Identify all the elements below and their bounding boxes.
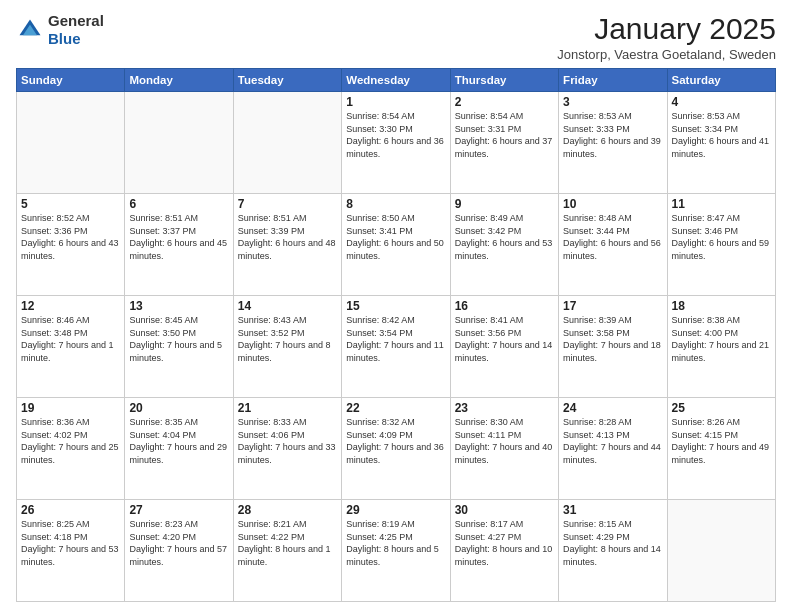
table-row: [17, 92, 125, 194]
day-number: 6: [129, 197, 228, 211]
day-number: 22: [346, 401, 445, 415]
day-info: Sunrise: 8:52 AM Sunset: 3:36 PM Dayligh…: [21, 212, 120, 262]
col-friday: Friday: [559, 69, 667, 92]
col-saturday: Saturday: [667, 69, 775, 92]
table-row: 24Sunrise: 8:28 AM Sunset: 4:13 PM Dayli…: [559, 398, 667, 500]
day-number: 21: [238, 401, 337, 415]
table-row: 30Sunrise: 8:17 AM Sunset: 4:27 PM Dayli…: [450, 500, 558, 602]
table-row: 18Sunrise: 8:38 AM Sunset: 4:00 PM Dayli…: [667, 296, 775, 398]
day-number: 23: [455, 401, 554, 415]
day-info: Sunrise: 8:35 AM Sunset: 4:04 PM Dayligh…: [129, 416, 228, 466]
month-title: January 2025: [557, 12, 776, 45]
day-number: 20: [129, 401, 228, 415]
table-row: [233, 92, 341, 194]
day-info: Sunrise: 8:42 AM Sunset: 3:54 PM Dayligh…: [346, 314, 445, 364]
day-number: 24: [563, 401, 662, 415]
table-row: [125, 92, 233, 194]
table-row: 9Sunrise: 8:49 AM Sunset: 3:42 PM Daylig…: [450, 194, 558, 296]
day-number: 27: [129, 503, 228, 517]
week-row-4: 19Sunrise: 8:36 AM Sunset: 4:02 PM Dayli…: [17, 398, 776, 500]
page: General Blue January 2025 Jonstorp, Vaes…: [0, 0, 792, 612]
day-number: 5: [21, 197, 120, 211]
day-number: 26: [21, 503, 120, 517]
table-row: 17Sunrise: 8:39 AM Sunset: 3:58 PM Dayli…: [559, 296, 667, 398]
calendar-header-row: Sunday Monday Tuesday Wednesday Thursday…: [17, 69, 776, 92]
week-row-1: 1Sunrise: 8:54 AM Sunset: 3:30 PM Daylig…: [17, 92, 776, 194]
day-number: 29: [346, 503, 445, 517]
table-row: 12Sunrise: 8:46 AM Sunset: 3:48 PM Dayli…: [17, 296, 125, 398]
day-info: Sunrise: 8:21 AM Sunset: 4:22 PM Dayligh…: [238, 518, 337, 568]
logo: General Blue: [16, 12, 104, 48]
table-row: 1Sunrise: 8:54 AM Sunset: 3:30 PM Daylig…: [342, 92, 450, 194]
day-number: 8: [346, 197, 445, 211]
table-row: 7Sunrise: 8:51 AM Sunset: 3:39 PM Daylig…: [233, 194, 341, 296]
day-number: 9: [455, 197, 554, 211]
day-info: Sunrise: 8:50 AM Sunset: 3:41 PM Dayligh…: [346, 212, 445, 262]
day-number: 3: [563, 95, 662, 109]
day-number: 10: [563, 197, 662, 211]
week-row-3: 12Sunrise: 8:46 AM Sunset: 3:48 PM Dayli…: [17, 296, 776, 398]
day-info: Sunrise: 8:54 AM Sunset: 3:30 PM Dayligh…: [346, 110, 445, 160]
day-number: 11: [672, 197, 771, 211]
day-info: Sunrise: 8:49 AM Sunset: 3:42 PM Dayligh…: [455, 212, 554, 262]
logo-icon: [16, 16, 44, 44]
day-number: 30: [455, 503, 554, 517]
table-row: 27Sunrise: 8:23 AM Sunset: 4:20 PM Dayli…: [125, 500, 233, 602]
table-row: [667, 500, 775, 602]
day-info: Sunrise: 8:32 AM Sunset: 4:09 PM Dayligh…: [346, 416, 445, 466]
table-row: 4Sunrise: 8:53 AM Sunset: 3:34 PM Daylig…: [667, 92, 775, 194]
day-number: 19: [21, 401, 120, 415]
day-info: Sunrise: 8:54 AM Sunset: 3:31 PM Dayligh…: [455, 110, 554, 160]
day-info: Sunrise: 8:51 AM Sunset: 3:37 PM Dayligh…: [129, 212, 228, 262]
day-info: Sunrise: 8:47 AM Sunset: 3:46 PM Dayligh…: [672, 212, 771, 262]
table-row: 16Sunrise: 8:41 AM Sunset: 3:56 PM Dayli…: [450, 296, 558, 398]
day-number: 17: [563, 299, 662, 313]
day-info: Sunrise: 8:30 AM Sunset: 4:11 PM Dayligh…: [455, 416, 554, 466]
table-row: 20Sunrise: 8:35 AM Sunset: 4:04 PM Dayli…: [125, 398, 233, 500]
day-number: 1: [346, 95, 445, 109]
location: Jonstorp, Vaestra Goetaland, Sweden: [557, 47, 776, 62]
day-info: Sunrise: 8:53 AM Sunset: 3:33 PM Dayligh…: [563, 110, 662, 160]
col-tuesday: Tuesday: [233, 69, 341, 92]
table-row: 5Sunrise: 8:52 AM Sunset: 3:36 PM Daylig…: [17, 194, 125, 296]
header: General Blue January 2025 Jonstorp, Vaes…: [16, 12, 776, 62]
day-info: Sunrise: 8:25 AM Sunset: 4:18 PM Dayligh…: [21, 518, 120, 568]
table-row: 6Sunrise: 8:51 AM Sunset: 3:37 PM Daylig…: [125, 194, 233, 296]
table-row: 29Sunrise: 8:19 AM Sunset: 4:25 PM Dayli…: [342, 500, 450, 602]
table-row: 11Sunrise: 8:47 AM Sunset: 3:46 PM Dayli…: [667, 194, 775, 296]
table-row: 19Sunrise: 8:36 AM Sunset: 4:02 PM Dayli…: [17, 398, 125, 500]
day-number: 15: [346, 299, 445, 313]
day-info: Sunrise: 8:28 AM Sunset: 4:13 PM Dayligh…: [563, 416, 662, 466]
table-row: 2Sunrise: 8:54 AM Sunset: 3:31 PM Daylig…: [450, 92, 558, 194]
day-info: Sunrise: 8:33 AM Sunset: 4:06 PM Dayligh…: [238, 416, 337, 466]
day-info: Sunrise: 8:15 AM Sunset: 4:29 PM Dayligh…: [563, 518, 662, 568]
table-row: 25Sunrise: 8:26 AM Sunset: 4:15 PM Dayli…: [667, 398, 775, 500]
day-number: 18: [672, 299, 771, 313]
table-row: 26Sunrise: 8:25 AM Sunset: 4:18 PM Dayli…: [17, 500, 125, 602]
logo-text: General Blue: [48, 12, 104, 48]
day-number: 28: [238, 503, 337, 517]
day-info: Sunrise: 8:19 AM Sunset: 4:25 PM Dayligh…: [346, 518, 445, 568]
day-info: Sunrise: 8:26 AM Sunset: 4:15 PM Dayligh…: [672, 416, 771, 466]
table-row: 8Sunrise: 8:50 AM Sunset: 3:41 PM Daylig…: [342, 194, 450, 296]
day-number: 25: [672, 401, 771, 415]
table-row: 3Sunrise: 8:53 AM Sunset: 3:33 PM Daylig…: [559, 92, 667, 194]
day-number: 13: [129, 299, 228, 313]
table-row: 10Sunrise: 8:48 AM Sunset: 3:44 PM Dayli…: [559, 194, 667, 296]
day-number: 4: [672, 95, 771, 109]
table-row: 14Sunrise: 8:43 AM Sunset: 3:52 PM Dayli…: [233, 296, 341, 398]
calendar-table: Sunday Monday Tuesday Wednesday Thursday…: [16, 68, 776, 602]
day-info: Sunrise: 8:46 AM Sunset: 3:48 PM Dayligh…: [21, 314, 120, 364]
day-info: Sunrise: 8:17 AM Sunset: 4:27 PM Dayligh…: [455, 518, 554, 568]
day-number: 16: [455, 299, 554, 313]
day-info: Sunrise: 8:36 AM Sunset: 4:02 PM Dayligh…: [21, 416, 120, 466]
table-row: 21Sunrise: 8:33 AM Sunset: 4:06 PM Dayli…: [233, 398, 341, 500]
day-info: Sunrise: 8:48 AM Sunset: 3:44 PM Dayligh…: [563, 212, 662, 262]
day-info: Sunrise: 8:45 AM Sunset: 3:50 PM Dayligh…: [129, 314, 228, 364]
col-wednesday: Wednesday: [342, 69, 450, 92]
logo-blue: Blue: [48, 30, 81, 47]
day-info: Sunrise: 8:53 AM Sunset: 3:34 PM Dayligh…: [672, 110, 771, 160]
table-row: 28Sunrise: 8:21 AM Sunset: 4:22 PM Dayli…: [233, 500, 341, 602]
title-block: January 2025 Jonstorp, Vaestra Goetaland…: [557, 12, 776, 62]
week-row-2: 5Sunrise: 8:52 AM Sunset: 3:36 PM Daylig…: [17, 194, 776, 296]
